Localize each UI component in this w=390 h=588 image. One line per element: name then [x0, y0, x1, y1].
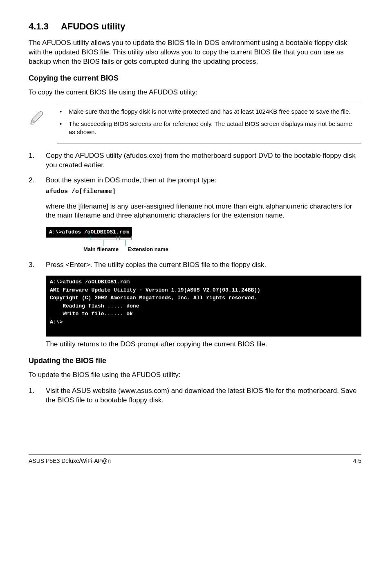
step-item: 3. Press <Enter>. The utility copies the… — [29, 260, 361, 270]
note-item: The succeeding BIOS screens are for refe… — [69, 120, 359, 137]
footer-left: ASUS P5E3 Deluxe/WiFi-AP@n — [29, 457, 111, 465]
step-item: 1. Copy the AFUDOS utility (afudos.exe) … — [29, 151, 361, 170]
diagram-line — [125, 240, 126, 246]
step-item: 2. Boot the system in DOS mode, then at … — [29, 176, 361, 196]
after-terminal-text: The utility returns to the DOS prompt af… — [46, 340, 361, 349]
diagram-line — [103, 240, 103, 246]
section-heading: 4.1.3AFUDOS utility — [29, 20, 361, 33]
update-heading: Updating the BIOS file — [29, 356, 361, 366]
pencil-icon — [29, 109, 46, 129]
main-filename-label: Main filename — [83, 246, 119, 253]
step-marker: 2. — [29, 176, 34, 185]
step-text: Copy the AFUDOS utility (afudos.exe) fro… — [46, 152, 356, 169]
extension-name-label: Extension name — [128, 246, 168, 253]
step-marker: 1. — [29, 386, 34, 396]
step-text: Press <Enter>. The utility copies the cu… — [46, 261, 266, 269]
diagram-box — [90, 236, 117, 240]
copy-lead: To copy the current BIOS file using the … — [29, 88, 361, 97]
step-marker: 3. — [29, 260, 34, 270]
terminal-output: A:\>afudos /oOLDBIOS1.rom AMI Firmware U… — [46, 276, 361, 337]
section-number: 4.1.3 — [29, 20, 49, 33]
step-text: Visit the ASUS website (www.asus.com) an… — [46, 387, 356, 404]
intro-paragraph: The AFUDOS utility allows you to update … — [29, 38, 361, 67]
page-footer: ASUS P5E3 Deluxe/WiFi-AP@n 4-5 — [29, 454, 361, 465]
filename-diagram: A:\>afudos /oOLDBIOS1.rom Main filename … — [46, 227, 361, 251]
step-text: Boot the system in DOS mode, then at the… — [46, 176, 217, 184]
section-title: AFUDOS utility — [61, 21, 126, 31]
command-text: afudos /o[filename] — [46, 188, 361, 196]
footer-right: 4-5 — [353, 457, 361, 465]
update-lead: To update the BIOS file using the AFUDOS… — [29, 370, 361, 380]
step-marker: 1. — [29, 151, 34, 161]
note-item: Make sure that the floppy disk is not wr… — [69, 108, 359, 116]
step-description: where the [filename] is any user-assigne… — [46, 202, 361, 221]
copy-heading: Copying the current BIOS — [29, 73, 361, 83]
diagram-box — [119, 236, 132, 240]
step-item: 1. Visit the ASUS website (www.asus.com)… — [29, 386, 361, 405]
note-block: Make sure that the floppy disk is not wr… — [57, 104, 361, 144]
